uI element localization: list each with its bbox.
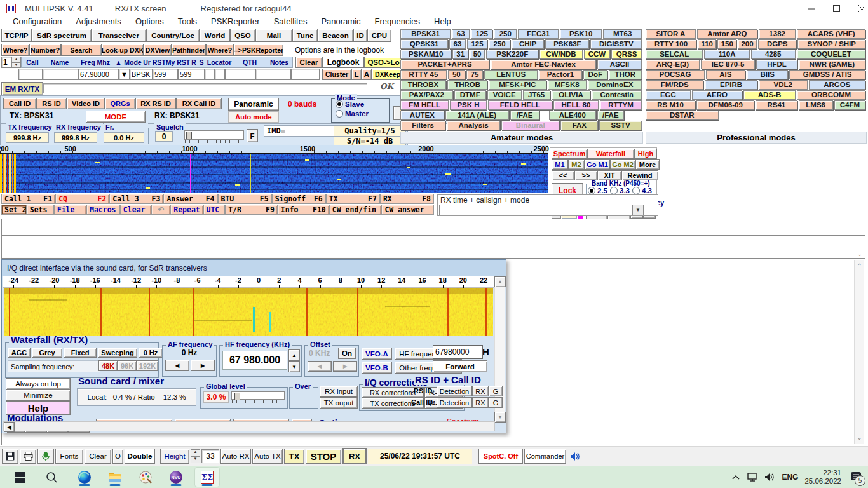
lookup-button[interactable]: Pathfinder <box>172 44 206 56</box>
mode-button[interactable]: DFM06-09 <box>696 100 754 110</box>
macro-button[interactable]: AnswerF4 <box>163 194 217 204</box>
band-2p5-radio[interactable]: 2.5 <box>588 187 607 194</box>
mode-button[interactable]: Amtor FEC-Navtex <box>491 60 596 69</box>
mode-button[interactable]: PSK10 <box>560 29 602 39</box>
mode-button[interactable]: FM/RDS <box>646 80 703 90</box>
lookup-button[interactable]: -->PSKReporter <box>234 44 283 56</box>
master-radio[interactable]: Master <box>336 110 369 118</box>
mode-button[interactable]: RTTY 45 <box>400 70 447 79</box>
mode-button[interactable]: FELD HELL <box>488 100 552 110</box>
mode-button[interactable]: RTTY 100 <box>646 39 696 49</box>
mode-button[interactable]: MT63 <box>603 29 642 39</box>
callid-g-button[interactable]: G <box>489 397 503 408</box>
tx-output-button[interactable]: TX ouput <box>320 397 358 409</box>
log-input-cell[interactable] <box>43 69 78 80</box>
rx-text-window-top[interactable]: ⌄ <box>1 236 865 259</box>
log-column-header[interactable]: QTH <box>233 57 266 67</box>
mode-button[interactable]: MFSK+PIC <box>489 80 546 90</box>
search-icon[interactable] <box>39 468 64 487</box>
strip-scrollbar[interactable]: ⌄ <box>855 237 864 257</box>
mode-button[interactable]: 150 <box>717 39 736 49</box>
id-button[interactable]: Video ID <box>67 98 105 109</box>
log-column-header[interactable]: ▲ <box>114 57 123 67</box>
callid-rx-button[interactable]: RX <box>472 397 489 408</box>
language-indicator[interactable]: ENG <box>782 473 798 482</box>
squelch-slider[interactable] <box>184 130 244 140</box>
log-column-header[interactable]: Locator <box>205 57 233 67</box>
af-left-button[interactable]: ◀ <box>165 360 189 371</box>
microphone-icon[interactable] <box>37 449 54 464</box>
mode-button[interactable]: 250 <box>494 29 517 39</box>
mode-button[interactable]: BIIS <box>747 70 788 79</box>
always-on-top-button[interactable]: Always on top <box>6 378 71 390</box>
forward-button[interactable]: Forward <box>433 360 487 372</box>
offset-on-button[interactable]: On <box>338 348 356 359</box>
mode-button[interactable]: 125 <box>467 39 487 49</box>
log-input-cell[interactable] <box>215 69 225 80</box>
height-spinner[interactable]: ▲▼ <box>191 449 200 463</box>
taskbar-clock[interactable]: 22:31 25.06.2022 <box>804 469 841 485</box>
auto-tx-button[interactable]: Auto TX <box>252 449 283 464</box>
toolbar-button[interactable]: ID <box>353 29 367 42</box>
slave-radio[interactable]: Slave <box>336 100 364 108</box>
mode-button[interactable]: 110A <box>704 50 749 59</box>
main-waterfall[interactable] <box>0 154 548 193</box>
spectrum-tab[interactable]: Spectrum <box>552 149 587 159</box>
global-level-slider[interactable] <box>231 391 285 400</box>
log-input-cell[interactable] <box>18 69 43 80</box>
mode-button[interactable]: FEC31 <box>518 29 559 39</box>
scroll-button[interactable]: << <box>552 170 574 180</box>
mode-button[interactable]: SELCAL <box>646 50 703 59</box>
mode-button[interactable]: THOR <box>609 70 642 79</box>
log-input-cell[interactable]: BPSK <box>130 69 153 80</box>
taskbar-nvu-icon[interactable]: NVU <box>164 468 188 487</box>
mode-button[interactable]: CW/NDB <box>539 50 582 59</box>
sampling-rate-button[interactable]: 192K <box>137 360 158 371</box>
log-column-header[interactable]: Call <box>22 57 43 67</box>
taskbar-multipsk-icon[interactable]: ΣΣ <box>194 467 220 487</box>
toolbar-button[interactable]: QSO <box>230 29 255 42</box>
band-4p3-radio[interactable]: 4.3 <box>632 187 652 194</box>
log-column-header[interactable]: Notes <box>266 57 292 67</box>
mode-button[interactable]: VDL2 <box>759 80 808 90</box>
auto-mode-button[interactable]: Auto mode <box>228 111 279 123</box>
macro-button[interactable]: T/RF9 <box>225 205 278 215</box>
menu-item[interactable]: Satellites <box>274 17 308 28</box>
mode-button[interactable]: 50 <box>470 50 485 59</box>
cluster-l-button[interactable]: L <box>351 69 362 80</box>
log-input-cell[interactable] <box>291 69 320 80</box>
mode-button[interactable]: RTTYM <box>600 100 642 110</box>
mode-button[interactable]: Filters <box>400 121 445 130</box>
mode-button[interactable]: SYNOP / SHIP <box>797 39 865 49</box>
hf-down-button[interactable]: ▼ <box>288 361 300 372</box>
lookup-button[interactable]: Where? <box>206 44 234 56</box>
macro-button[interactable]: CW answer <box>381 205 434 215</box>
minimize-iq-button[interactable]: Minimize <box>6 390 71 401</box>
macro-button[interactable]: CQF2 <box>55 194 109 204</box>
mode-button[interactable]: ADS-B <box>743 90 796 100</box>
menu-item[interactable]: Options <box>135 17 164 28</box>
rx-input-button[interactable]: RX input <box>320 386 358 397</box>
mode-button[interactable]: SITOR A <box>646 29 696 39</box>
hf-frequency-value[interactable]: 67 980.000 <box>222 351 287 370</box>
log-column-header[interactable]: S <box>198 57 205 67</box>
notification-center[interactable]: 5 <box>850 471 862 484</box>
id-button[interactable]: Call ID <box>3 98 36 109</box>
mode-button[interactable]: BPSK31 <box>400 29 451 39</box>
mode-button[interactable]: AUTEX <box>400 111 444 120</box>
mode-button[interactable]: MFSK8 <box>548 80 587 90</box>
cluster-button[interactable]: Cluster <box>322 69 351 80</box>
stop-button[interactable]: STOP <box>306 449 341 464</box>
mode-button[interactable]: EGC <box>646 90 691 100</box>
rx-button[interactable]: RX <box>342 448 367 464</box>
mode-button[interactable]: /FAE <box>510 111 539 120</box>
save-icon[interactable] <box>2 449 18 464</box>
log-input-cell[interactable]: 67.98000 <box>78 69 119 80</box>
macro-button[interactable]: Call 1F1 <box>1 194 55 204</box>
log-input-cell[interactable] <box>255 69 291 80</box>
mode-button[interactable]: ACARS (VHF) <box>797 29 865 39</box>
mode-button[interactable]: QPSK31 <box>400 39 448 49</box>
mode-button[interactable]: PSK H <box>450 100 486 110</box>
menu-item[interactable]: Panoramic <box>321 17 360 28</box>
mode-button[interactable]: LMS6 <box>799 100 833 110</box>
